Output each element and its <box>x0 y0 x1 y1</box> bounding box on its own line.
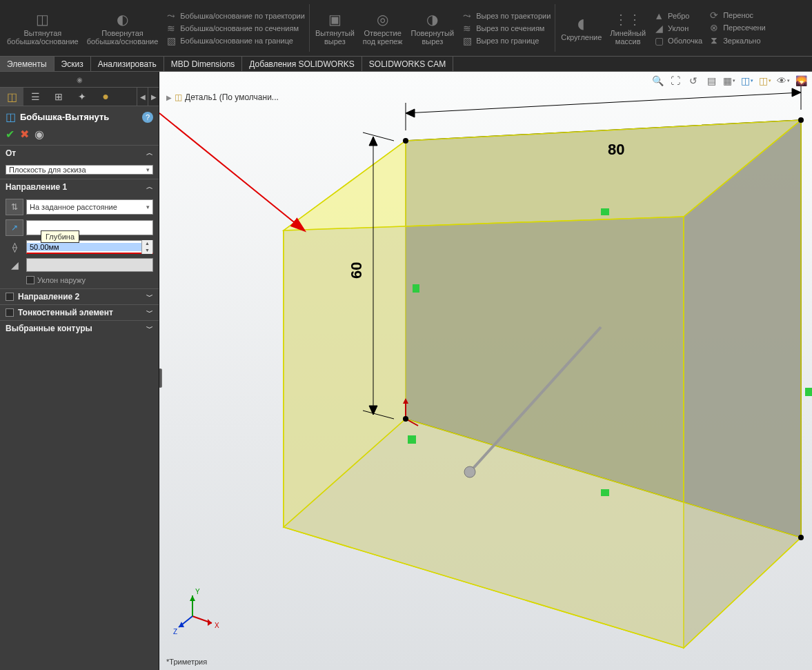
direction-vector-field[interactable]: Глубина <box>26 220 153 235</box>
property-manager: ◫ ☰ ⊞ ✦ ● ◀ ▶ ◫ Бобышка-Вытянуть ? ✔ ✖ ◉… <box>0 72 159 670</box>
svg-rect-13 <box>413 284 419 293</box>
end-condition-select[interactable]: На заданное расстояние▾ <box>26 199 153 215</box>
svg-text:X: X <box>215 622 219 629</box>
panel-scroll-left[interactable]: ◀ <box>137 88 148 106</box>
view-orientation-button[interactable]: ▦ <box>721 73 737 88</box>
rib-button[interactable]: ▲Ребро <box>653 10 702 21</box>
dropdown-icon: ▾ <box>146 204 150 210</box>
swept-boss-button[interactable]: ⤳Бобышка/основание по траектории <box>165 10 305 21</box>
linear-pattern-button[interactable]: ⋮⋮ Линейный массив <box>606 0 650 56</box>
tab-cam[interactable]: SOLIDWORKS CAM <box>362 57 453 71</box>
reverse-direction-button[interactable]: ⇅ <box>6 199 23 215</box>
part-icon: ◫ <box>175 92 182 102</box>
draft-button[interactable]: ◢Уклон <box>653 23 702 34</box>
dir1-header[interactable]: Направление 1︿ <box>0 179 159 195</box>
swept-cut-button[interactable]: ⤳Вырез по траектории <box>461 10 551 21</box>
extruded-boss-icon: ◫ <box>36 11 49 28</box>
tab-evaluate[interactable]: Анализировать <box>91 57 164 71</box>
cancel-button[interactable]: ✖ <box>20 128 29 141</box>
rib-icon: ▲ <box>653 10 665 21</box>
thin-header[interactable]: Тонкостенный элемент﹀ <box>0 305 159 320</box>
panel-scroll-right[interactable]: ▶ <box>148 88 159 106</box>
depth-tooltip: Глубина <box>41 230 79 243</box>
model-preview: 80 60 <box>159 72 812 670</box>
svg-text:Y: Y <box>195 588 200 595</box>
hole-wizard-button[interactable]: ◎ Отверстие под крепеж <box>359 0 407 56</box>
mirror-button[interactable]: ⧗Зеркально <box>708 35 766 46</box>
modify-column-1: ▲Ребро ◢Уклон ▢Оболочка <box>650 0 705 56</box>
draft-angle-field[interactable] <box>26 258 153 272</box>
dimension-width[interactable]: 80 <box>608 141 624 158</box>
ribbon-tabbar: Элементы Эскиз Анализировать MBD Dimensi… <box>0 57 812 72</box>
draft-icon: ◢ <box>653 23 665 34</box>
thin-enable-checkbox[interactable] <box>6 308 14 317</box>
boundary-cut-button[interactable]: ▧Вырез по границе <box>461 35 551 46</box>
chevron-down-icon: ﹀ <box>146 292 153 302</box>
spinner-down-button[interactable]: ▼ <box>142 247 152 254</box>
svg-point-17 <box>403 138 408 144</box>
lofted-boss-button[interactable]: ≋Бобышка/основание по сечениям <box>165 23 305 34</box>
section-view-button[interactable]: ▤ <box>703 73 720 88</box>
from-header[interactable]: От︿ <box>0 146 159 161</box>
zoom-fit-button[interactable]: 🔍 <box>649 73 666 88</box>
display-style-button[interactable]: ◫ <box>739 73 755 88</box>
dir2-header[interactable]: Направление 2﹀ <box>0 289 159 304</box>
feature-title: Бобышка-Вытянуть <box>20 112 109 122</box>
svg-rect-12 <box>601 208 609 215</box>
chevron-up-icon: ︿ <box>146 182 153 192</box>
part-name: Деталь1 (По умолчани... <box>185 92 279 102</box>
pm-tab-feature[interactable]: ◫ <box>0 88 23 106</box>
dir2-enable-checkbox[interactable] <box>6 293 14 301</box>
dimension-height[interactable]: 60 <box>348 262 365 279</box>
preview-button[interactable]: ◉ <box>34 128 44 141</box>
revolved-cut-button[interactable]: ◑ Повернутый вырез <box>406 0 458 56</box>
pm-tab-config[interactable]: ☰ <box>23 88 47 106</box>
fillet-button[interactable]: ◖ Скругление <box>557 0 606 56</box>
svg-rect-14 <box>408 435 416 444</box>
lofted-cut-button[interactable]: ≋Вырез по сечениям <box>461 23 551 34</box>
zoom-area-button[interactable]: ⛶ <box>667 73 684 88</box>
swept-boss-icon: ⤳ <box>165 10 177 21</box>
intersect-button[interactable]: ⊗Пересечени <box>708 22 766 33</box>
graphics-viewport[interactable]: 🔍 ⛶ ↺ ▤ ▦ ◫ ◫ 👁 🌄 ▶ ◫ Деталь1 (По умолча… <box>159 72 812 670</box>
view-triad[interactable]: X Y Z <box>173 587 221 635</box>
svg-point-11 <box>464 466 475 477</box>
chevron-down-icon: ﹀ <box>146 324 153 333</box>
contours-header[interactable]: Выбранные контуры﹀ <box>0 321 159 336</box>
panel-top <box>0 72 159 87</box>
wrap-icon: ⟳ <box>708 10 720 21</box>
hide-show-button[interactable]: ◫ <box>757 73 773 88</box>
previous-view-button[interactable]: ↺ <box>685 73 702 88</box>
swept-cut-icon: ⤳ <box>461 10 473 21</box>
lofted-boss-icon: ≋ <box>165 23 177 34</box>
pm-tab-appearance[interactable]: ● <box>94 88 117 106</box>
revolved-boss-button[interactable]: ◐ Повернутая бобышка/основание <box>83 0 163 56</box>
shell-button[interactable]: ▢Оболочка <box>653 35 702 46</box>
scene-button[interactable]: 🌄 <box>793 73 809 88</box>
pm-tab-dimx[interactable]: ✦ <box>70 88 94 106</box>
pm-tab-display[interactable]: ⊞ <box>47 88 70 106</box>
boundary-boss-button[interactable]: ▧Бобышка/основание на границе <box>165 35 305 46</box>
tab-features[interactable]: Элементы <box>0 57 55 71</box>
tab-addins[interactable]: Добавления SOLIDWORKS <box>242 57 362 71</box>
wrap-button[interactable]: ⟳Перенос <box>708 10 766 21</box>
boss-advanced-column: ⤳Бобышка/основание по траектории ≋Бобышк… <box>162 0 308 56</box>
tab-sketch[interactable]: Эскиз <box>55 57 91 71</box>
lofted-cut-icon: ≋ <box>461 23 473 34</box>
chevron-up-icon: ︿ <box>146 148 153 158</box>
panel-tabs: ◫ ☰ ⊞ ✦ ● ◀ ▶ <box>0 87 159 106</box>
appearance-button[interactable]: 👁 <box>775 73 791 88</box>
tab-mbd[interactable]: MBD Dimensions <box>164 57 243 71</box>
from-select[interactable]: Плоскость для эскиза▾ <box>6 165 153 175</box>
hole-wizard-icon: ◎ <box>377 11 388 28</box>
depth-input[interactable] <box>27 243 141 251</box>
help-button[interactable]: ? <box>142 112 153 123</box>
extruded-cut-button[interactable]: ▣ Вытянутый вырез <box>311 0 359 56</box>
spinner-up-button[interactable]: ▲ <box>142 240 152 247</box>
ok-button[interactable]: ✔ <box>6 128 14 141</box>
draft-angle-icon: ◢ <box>6 259 23 270</box>
design-tree-flyout[interactable]: ▶ ◫ Деталь1 (По умолчани... <box>166 92 279 102</box>
extruded-boss-button[interactable]: ◫ Вытянутая бобышка/основание <box>3 0 83 56</box>
direction-vector-button[interactable]: ↗ <box>6 219 23 236</box>
draft-outward-checkbox[interactable]: Уклон наружу <box>6 276 153 284</box>
